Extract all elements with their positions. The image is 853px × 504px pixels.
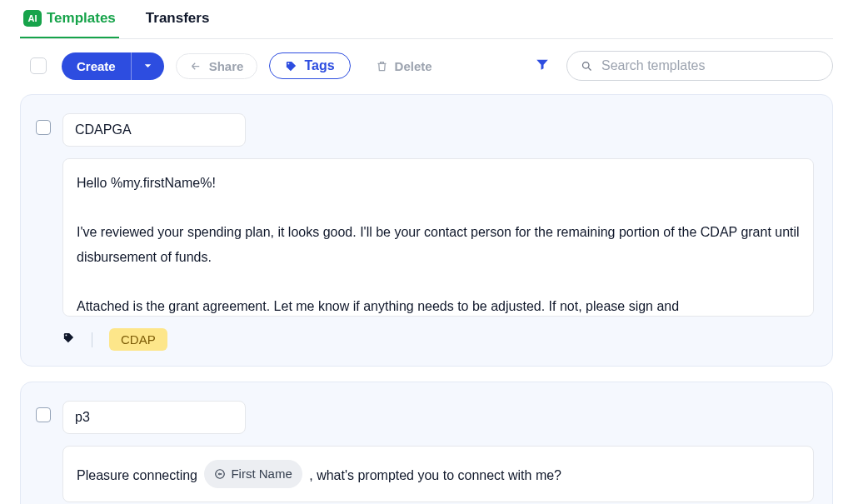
filter-icon <box>535 57 550 72</box>
trash-icon <box>376 60 388 72</box>
tag-chip[interactable]: CDAP <box>109 328 167 351</box>
body-text-suffix: , what's prompted you to connect with me… <box>309 468 561 482</box>
template-card: Hello %my.firstName%! I've reviewed your… <box>20 94 833 367</box>
variable-icon <box>214 468 226 480</box>
svg-point-1 <box>583 62 590 68</box>
share-button[interactable]: Share <box>176 53 258 79</box>
tab-templates[interactable]: AI Templates <box>20 2 119 38</box>
create-dropdown-button[interactable] <box>131 52 164 80</box>
chevron-down-icon <box>142 60 154 72</box>
template-card: Pleasure connecting First Name , what's … <box>20 382 833 504</box>
template-checkbox[interactable] <box>36 120 51 135</box>
ai-badge-icon: AI <box>23 10 42 27</box>
search-icon <box>581 60 593 72</box>
select-all-checkbox[interactable] <box>30 57 47 74</box>
template-title-input[interactable] <box>62 401 246 434</box>
template-checkbox[interactable] <box>36 407 51 422</box>
search-input[interactable] <box>601 58 819 73</box>
tag-row-icon <box>62 332 75 347</box>
template-title-input[interactable] <box>62 113 246 147</box>
delete-label: Delete <box>395 59 432 73</box>
tag-divider <box>92 332 92 347</box>
tabs: AI Templates Transfers <box>20 0 833 39</box>
template-body-textarea[interactable]: Pleasure connecting First Name , what's … <box>62 446 814 502</box>
share-label: Share <box>209 59 244 73</box>
create-button[interactable]: Create <box>62 52 131 80</box>
tab-transfers[interactable]: Transfers <box>142 2 213 38</box>
tags-label: Tags <box>304 58 334 73</box>
toolbar: Create Share Tags Delete <box>20 39 833 94</box>
template-body-textarea[interactable]: Hello %my.firstName%! I've reviewed your… <box>62 158 814 317</box>
body-text-prefix: Pleasure connecting <box>77 468 201 482</box>
delete-button[interactable]: Delete <box>362 54 446 78</box>
tab-templates-label: Templates <box>47 10 116 27</box>
search-box[interactable] <box>566 51 833 81</box>
share-icon <box>190 60 202 72</box>
svg-point-0 <box>288 62 290 64</box>
create-button-group: Create <box>62 52 164 80</box>
placeholder-label: First Name <box>231 463 292 485</box>
placeholder-chip[interactable]: First Name <box>204 460 302 488</box>
template-tag-row: CDAP <box>62 328 814 351</box>
svg-point-3 <box>216 470 225 479</box>
tag-icon <box>285 60 297 72</box>
svg-point-2 <box>65 334 67 336</box>
tags-button[interactable]: Tags <box>269 52 350 79</box>
tab-transfers-label: Transfers <box>146 10 210 27</box>
filter-button[interactable] <box>530 57 555 76</box>
